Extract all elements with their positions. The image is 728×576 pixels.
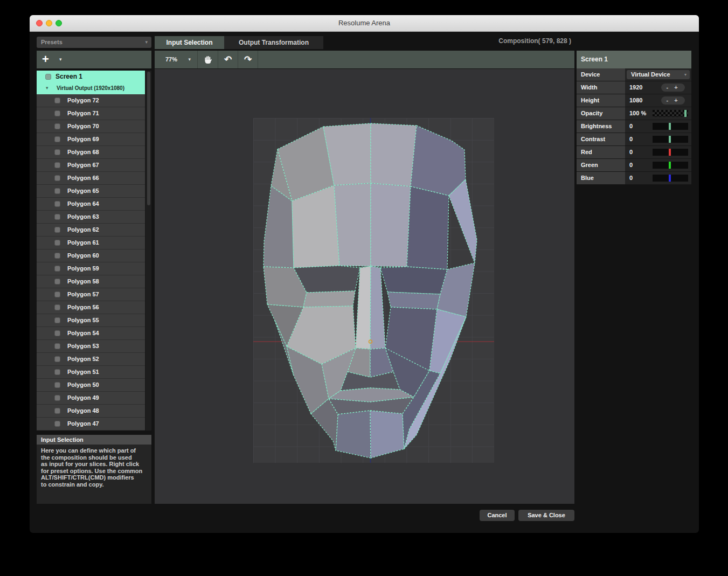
contrast-slider[interactable] <box>653 136 688 143</box>
disclosure-triangle-icon[interactable]: ▾ <box>46 82 48 94</box>
polygon-checkbox[interactable] <box>54 175 60 181</box>
polygon-row[interactable]: Polygon 68 <box>37 146 145 159</box>
polygon-checkbox[interactable] <box>54 330 60 336</box>
polygon-checkbox[interactable] <box>54 240 60 246</box>
add-chevron-down-icon[interactable]: ▾ <box>59 51 62 68</box>
polygon-row[interactable]: Polygon 61 <box>37 237 145 249</box>
mesh-polygon[interactable] <box>449 179 477 263</box>
polygon-row[interactable]: Polygon 64 <box>37 198 145 211</box>
list-scrollbar[interactable] <box>146 71 151 431</box>
polygon-row[interactable]: Polygon 56 <box>37 301 145 314</box>
presets-dropdown[interactable]: Presets ▾ <box>37 37 151 48</box>
polygon-checkbox[interactable] <box>54 123 60 129</box>
polygon-row[interactable]: Polygon 49 <box>37 392 145 405</box>
polygon-checkbox[interactable] <box>54 110 60 116</box>
polygon-row[interactable]: Polygon 62 <box>37 224 145 237</box>
opacity-slider[interactable] <box>653 110 688 117</box>
polygon-checkbox[interactable] <box>54 227 60 233</box>
redo-button[interactable]: ↷ <box>238 51 258 68</box>
polygon-row[interactable]: Polygon 71 <box>37 107 145 120</box>
tab-output-transformation[interactable]: Output Transformation <box>224 36 323 49</box>
polygon-row[interactable]: Polygon 57 <box>37 288 145 301</box>
polygon-row[interactable]: Polygon 47 <box>37 418 145 431</box>
brightness-slider[interactable] <box>653 123 688 130</box>
virtual-output-row[interactable]: ▾ Virtual Output (1920x1080) <box>37 82 145 94</box>
polygon-checkbox[interactable] <box>54 395 60 401</box>
mesh-polygon[interactable] <box>334 183 371 266</box>
add-button[interactable]: + <box>42 51 49 68</box>
mesh-polygon[interactable] <box>380 267 447 294</box>
slider-handle[interactable] <box>669 162 671 169</box>
mesh-polygon[interactable] <box>370 411 404 458</box>
polygon-checkbox[interactable] <box>54 408 60 414</box>
mesh-polygon[interactable] <box>303 291 355 307</box>
polygon-checkbox[interactable] <box>54 201 60 207</box>
slider-handle[interactable] <box>669 149 671 156</box>
red-slider[interactable] <box>653 149 688 156</box>
polygon-row[interactable]: Polygon 69 <box>37 133 145 146</box>
polygon-row[interactable]: Polygon 65 <box>37 185 145 198</box>
slider-handle[interactable] <box>684 110 687 117</box>
slider-handle[interactable] <box>669 136 671 143</box>
cancel-button[interactable]: Cancel <box>480 510 515 521</box>
pan-tool-button[interactable] <box>198 51 218 68</box>
blue-slider[interactable] <box>653 175 688 182</box>
polygon-row[interactable]: Polygon 55 <box>37 314 145 327</box>
polygon-row[interactable]: Polygon 54 <box>37 327 145 340</box>
screen-row[interactable]: Screen 1 <box>37 71 145 82</box>
polygon-checkbox[interactable] <box>54 356 60 362</box>
polygon-checkbox[interactable] <box>54 188 60 194</box>
polygon-checkbox[interactable] <box>54 421 60 427</box>
face-mesh[interactable] <box>155 69 574 504</box>
mesh-polygon[interactable] <box>371 123 417 186</box>
device-dropdown[interactable]: Virtual Device▾ <box>627 70 690 79</box>
polygon-row[interactable]: Polygon 51 <box>37 366 145 379</box>
polygon-row[interactable]: Polygon 52 <box>37 353 145 366</box>
polygon-row[interactable]: Polygon 63 <box>37 211 145 224</box>
polygon-checkbox[interactable] <box>54 98 60 103</box>
polygon-checkbox[interactable] <box>54 369 60 375</box>
polygon-checkbox[interactable] <box>54 149 60 155</box>
mesh-polygon[interactable] <box>336 411 371 458</box>
save-close-button[interactable]: Save & Close <box>518 510 574 521</box>
property-row-height: Height1080- + <box>577 94 691 107</box>
scrollbar-thumb[interactable] <box>147 72 150 205</box>
polygon-checkbox[interactable] <box>54 266 60 272</box>
green-slider[interactable] <box>653 162 688 169</box>
polygon-row[interactable]: Polygon 53 <box>37 340 145 353</box>
mesh-polygon[interactable] <box>371 183 411 267</box>
polygon-checkbox[interactable] <box>54 292 60 297</box>
zoom-level-dropdown[interactable]: 77% ▾ <box>155 51 198 68</box>
polygon-row[interactable]: Polygon 70 <box>37 120 145 133</box>
slider-handle[interactable] <box>669 175 671 182</box>
polygon-checkbox[interactable] <box>54 136 60 142</box>
polygon-checkbox[interactable] <box>54 214 60 220</box>
polygon-checkbox[interactable] <box>54 304 60 310</box>
polygon-checkbox[interactable] <box>54 343 60 349</box>
screen-item-selected[interactable]: Screen 1 ▾ Virtual Output (1920x1080) <box>37 71 145 94</box>
slider-handle[interactable] <box>669 123 671 130</box>
polygon-row[interactable]: Polygon 48 <box>37 405 145 418</box>
polygon-row[interactable]: Polygon 59 <box>37 262 145 275</box>
mesh-polygon[interactable] <box>411 126 466 196</box>
minus-plus-stepper[interactable]: - + <box>661 96 685 105</box>
polygon-checkbox[interactable] <box>54 253 60 259</box>
polygon-row[interactable]: Polygon 66 <box>37 172 145 185</box>
polygon-row[interactable]: Polygon 60 <box>37 249 145 262</box>
polygon-row[interactable]: Polygon 72 <box>37 94 145 107</box>
mesh-polygon[interactable] <box>387 292 440 309</box>
input-selection-canvas[interactable] <box>155 69 574 504</box>
polygon-checkbox[interactable] <box>54 317 60 323</box>
screen-checkbox[interactable] <box>45 74 51 80</box>
polygon-row[interactable]: Polygon 67 <box>37 159 145 172</box>
tab-input-selection[interactable]: Input Selection <box>155 36 224 49</box>
polygon-checkbox[interactable] <box>54 279 60 284</box>
mesh-polygon[interactable] <box>407 186 449 269</box>
minus-plus-stepper[interactable]: - + <box>661 84 685 92</box>
polygon-row[interactable]: Polygon 58 <box>37 275 145 288</box>
polygon-checkbox[interactable] <box>54 162 60 168</box>
polygon-row[interactable]: Polygon 50 <box>37 379 145 392</box>
polygon-checkbox[interactable] <box>54 382 60 388</box>
undo-button[interactable]: ↶ <box>218 51 238 68</box>
mesh-polygon[interactable] <box>370 266 385 349</box>
